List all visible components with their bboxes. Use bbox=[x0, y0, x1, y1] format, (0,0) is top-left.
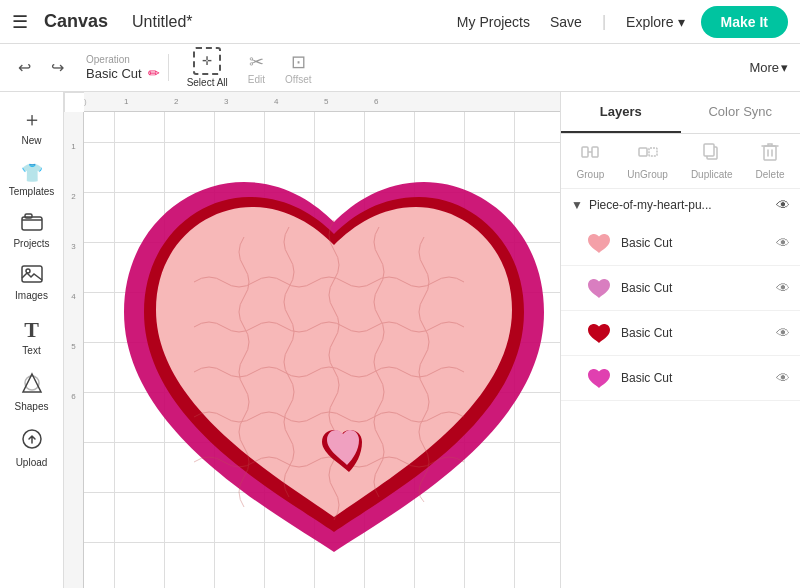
operation-label: Operation bbox=[86, 54, 130, 65]
menu-icon[interactable]: ☰ bbox=[12, 11, 28, 33]
layer-thumbnail bbox=[585, 274, 613, 302]
group-icon bbox=[580, 142, 600, 167]
layer-item[interactable]: Basic Cut 👁 bbox=[561, 221, 800, 266]
select-all-icon: ✛ bbox=[193, 47, 221, 75]
layer-group-name: Piece-of-my-heart-pu... bbox=[589, 198, 770, 212]
main-layout: ＋ New 👕 Templates Projects bbox=[0, 92, 800, 588]
canvas-area[interactable]: ) 1 2 3 4 5 6 1 2 3 4 5 6 bbox=[64, 92, 560, 588]
svg-rect-10 bbox=[649, 148, 657, 156]
duplicate-tool[interactable]: Duplicate bbox=[691, 142, 733, 180]
more-chevron-icon: ▾ bbox=[781, 60, 788, 75]
layer-toolbar: Group UnGroup Duplicate bbox=[561, 134, 800, 189]
group-tool[interactable]: Group bbox=[577, 142, 605, 180]
sidebar-item-images[interactable]: Images bbox=[4, 259, 60, 307]
layer-item[interactable]: Basic Cut 👁 bbox=[561, 266, 800, 311]
select-all-label: Select All bbox=[187, 77, 228, 88]
sidebar-item-projects-label: Projects bbox=[13, 238, 49, 249]
sidebar-item-shapes[interactable]: Shapes bbox=[4, 366, 60, 418]
layer-item-name: Basic Cut bbox=[621, 281, 768, 295]
layer-thumbnail bbox=[585, 229, 613, 257]
make-it-button[interactable]: Make It bbox=[701, 6, 788, 38]
select-all-group[interactable]: ✛ Select All bbox=[181, 47, 234, 88]
group-label: Group bbox=[577, 169, 605, 180]
edit-scissors-icon: ✂ bbox=[249, 51, 264, 73]
undo-button[interactable]: ↩ bbox=[12, 54, 37, 81]
document-title: Untitled* bbox=[132, 13, 441, 31]
images-icon bbox=[21, 265, 43, 288]
top-navigation: ☰ Canvas Untitled* My Projects Save | Ex… bbox=[0, 0, 800, 44]
svg-rect-1 bbox=[25, 214, 32, 218]
sidebar-item-upload[interactable]: Upload bbox=[4, 422, 60, 474]
sidebar-item-text-label: Text bbox=[22, 345, 40, 356]
explore-button[interactable]: Explore ▾ bbox=[626, 14, 684, 30]
layer-group-header[interactable]: ▼ Piece-of-my-heart-pu... 👁 bbox=[561, 189, 800, 221]
svg-rect-8 bbox=[592, 147, 598, 157]
svg-rect-12 bbox=[704, 144, 714, 156]
operation-group: Operation Basic Cut ✏ bbox=[78, 54, 169, 81]
sidebar-item-templates[interactable]: 👕 Templates bbox=[4, 156, 60, 203]
operation-value: Basic Cut bbox=[86, 66, 142, 81]
layer-item[interactable]: Basic Cut 👁 bbox=[561, 311, 800, 356]
layer-group-chevron-icon: ▼ bbox=[571, 198, 583, 212]
shapes-icon bbox=[21, 372, 43, 399]
sidebar-item-images-label: Images bbox=[15, 290, 48, 301]
offset-action[interactable]: ⊡ Offset bbox=[279, 51, 318, 85]
panel-tabs: Layers Color Sync bbox=[561, 92, 800, 134]
explore-chevron-icon: ▾ bbox=[678, 14, 685, 30]
explore-label: Explore bbox=[626, 14, 673, 30]
text-icon: T bbox=[24, 317, 39, 343]
heart-design[interactable] bbox=[94, 132, 560, 588]
sidebar-item-text[interactable]: T Text bbox=[4, 311, 60, 362]
new-icon: ＋ bbox=[22, 106, 42, 133]
ungroup-label: UnGroup bbox=[627, 169, 668, 180]
undo-icon: ↩ bbox=[18, 58, 31, 77]
layer-thumbnail bbox=[585, 319, 613, 347]
sidebar-item-upload-label: Upload bbox=[16, 457, 48, 468]
layer-group-visibility-icon[interactable]: 👁 bbox=[776, 197, 790, 213]
layer-thumbnail bbox=[585, 364, 613, 392]
edit-action[interactable]: ✂ Edit bbox=[242, 51, 271, 85]
delete-icon bbox=[761, 142, 779, 167]
right-panel: Layers Color Sync Group bbox=[560, 92, 800, 588]
nav-divider: | bbox=[602, 13, 606, 31]
tab-layers[interactable]: Layers bbox=[561, 92, 681, 133]
edit-icon: ✏ bbox=[148, 65, 160, 81]
more-label: More bbox=[749, 60, 779, 75]
redo-button[interactable]: ↪ bbox=[45, 54, 70, 81]
svg-rect-0 bbox=[22, 217, 42, 230]
templates-icon: 👕 bbox=[21, 162, 43, 184]
edit-action-label: Edit bbox=[248, 74, 265, 85]
delete-tool[interactable]: Delete bbox=[756, 142, 785, 180]
duplicate-icon bbox=[702, 142, 722, 167]
duplicate-label: Duplicate bbox=[691, 169, 733, 180]
sidebar-item-new-label: New bbox=[21, 135, 41, 146]
layer-visibility-icon[interactable]: 👁 bbox=[776, 325, 790, 341]
crosshair-icon: ✛ bbox=[202, 54, 212, 68]
redo-icon: ↪ bbox=[51, 58, 64, 77]
svg-rect-7 bbox=[582, 147, 588, 157]
sidebar-item-shapes-label: Shapes bbox=[15, 401, 49, 412]
layer-item-name: Basic Cut bbox=[621, 236, 768, 250]
layer-visibility-icon[interactable]: 👁 bbox=[776, 235, 790, 251]
sidebar-item-projects[interactable]: Projects bbox=[4, 207, 60, 255]
ruler-left: 1 2 3 4 5 6 bbox=[64, 112, 84, 588]
ungroup-icon bbox=[638, 142, 658, 167]
ungroup-tool[interactable]: UnGroup bbox=[627, 142, 668, 180]
save-link[interactable]: Save bbox=[550, 14, 582, 30]
offset-action-label: Offset bbox=[285, 74, 312, 85]
layer-visibility-icon[interactable]: 👁 bbox=[776, 280, 790, 296]
ruler-top: ) 1 2 3 4 5 6 bbox=[84, 92, 560, 112]
svg-rect-13 bbox=[764, 146, 776, 160]
operation-value-row[interactable]: Basic Cut ✏ bbox=[86, 65, 160, 81]
layer-visibility-icon[interactable]: 👁 bbox=[776, 370, 790, 386]
tab-color-sync[interactable]: Color Sync bbox=[681, 92, 801, 133]
upload-icon bbox=[21, 428, 43, 455]
delete-label: Delete bbox=[756, 169, 785, 180]
layer-item-name: Basic Cut bbox=[621, 326, 768, 340]
sidebar-item-templates-label: Templates bbox=[9, 186, 55, 197]
layer-item[interactable]: Basic Cut 👁 bbox=[561, 356, 800, 401]
layer-item-name: Basic Cut bbox=[621, 371, 768, 385]
my-projects-link[interactable]: My Projects bbox=[457, 14, 530, 30]
more-button[interactable]: More ▾ bbox=[749, 60, 788, 75]
sidebar-item-new[interactable]: ＋ New bbox=[4, 100, 60, 152]
